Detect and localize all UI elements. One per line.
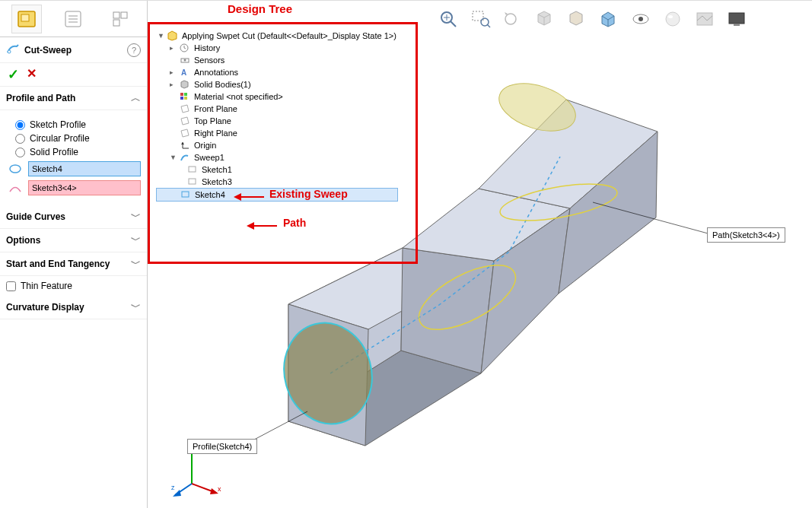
tree-label: Front Plane xyxy=(194,104,237,113)
scene-icon[interactable] xyxy=(693,8,717,30)
tree-top-plane[interactable]: Top Plane xyxy=(156,115,398,127)
opt-solid-profile[interactable]: Solid Profile xyxy=(15,147,141,157)
svg-rect-23 xyxy=(734,24,740,26)
tree-label: Sensors xyxy=(194,56,224,65)
svg-point-19 xyxy=(666,12,680,26)
tab-config-mgr[interactable] xyxy=(105,5,135,33)
annotation-arrow-path xyxy=(247,222,277,230)
fm-header: Cut-Sweep ? xyxy=(0,37,147,63)
cut-sweep-icon xyxy=(6,42,20,58)
svg-rect-6 xyxy=(113,12,119,18)
tree-history[interactable]: ▸History xyxy=(156,42,398,54)
orientation-icon[interactable] xyxy=(565,8,589,30)
radio-circular[interactable] xyxy=(15,134,25,144)
radio-label: Solid Profile xyxy=(30,147,78,157)
hide-show-icon[interactable] xyxy=(629,8,653,30)
svg-rect-8 xyxy=(113,20,119,26)
options-header[interactable]: Options ﹀ xyxy=(0,229,147,252)
section-label: Profile and Path xyxy=(6,93,75,103)
annotation-arrow-sweep xyxy=(234,193,264,201)
curvature-header[interactable]: Curvature Display ﹀ xyxy=(0,296,147,319)
profile-path-header[interactable]: Profile and Path ︿ xyxy=(0,87,147,110)
cancel-button[interactable]: ✕ xyxy=(27,66,37,83)
thin-feature-checkbox[interactable] xyxy=(6,281,16,291)
annotation-path: Path xyxy=(283,217,306,229)
ok-button[interactable]: ✓ xyxy=(8,66,19,83)
svg-rect-35 xyxy=(189,179,196,184)
svg-point-16 xyxy=(505,14,516,24)
svg-line-15 xyxy=(487,24,490,27)
tree-root[interactable]: ▼ Applying Swpet Cut (Default<<Default>_… xyxy=(156,30,398,42)
appearance-icon[interactable] xyxy=(661,8,685,30)
tree-annotations[interactable]: ▸AAnnotations xyxy=(156,66,398,78)
zoom-area-icon[interactable] xyxy=(469,8,493,30)
svg-text:A: A xyxy=(181,68,186,77)
fm-tabs xyxy=(0,1,147,37)
tree-material[interactable]: Material <not specified> xyxy=(156,90,398,103)
svg-point-20 xyxy=(668,15,673,18)
chevron-down-icon: ﹀ xyxy=(131,210,141,224)
radio-sketch[interactable] xyxy=(15,120,25,130)
profile-icon xyxy=(6,161,24,176)
tree-label: Sketch4 xyxy=(195,190,225,199)
svg-text:z: z xyxy=(171,484,175,491)
tangency-header[interactable]: Start and End Tangency ﹀ xyxy=(0,252,147,276)
section-view-icon[interactable] xyxy=(533,8,557,30)
part-icon xyxy=(167,30,179,41)
design-tree-flyout: ▼ Applying Swpet Cut (Default<<Default>_… xyxy=(151,25,403,206)
svg-point-9 xyxy=(8,50,11,53)
tree-front-plane[interactable]: Front Plane xyxy=(156,103,398,115)
svg-point-10 xyxy=(10,165,21,173)
opt-circular-profile[interactable]: Circular Profile xyxy=(15,133,141,144)
svg-point-18 xyxy=(638,17,643,21)
feature-manager-panel: Cut-Sweep ? ✓ ✕ Profile and Path ︿ Sketc… xyxy=(0,1,148,508)
zoom-fit-icon[interactable] xyxy=(437,8,461,30)
profile-input[interactable] xyxy=(28,161,141,176)
view-toolbar xyxy=(437,8,749,30)
prev-view-icon[interactable] xyxy=(501,8,525,30)
tree-sketch1[interactable]: Sketch1 xyxy=(156,164,398,176)
tree-origin[interactable]: Origin xyxy=(156,139,398,151)
tree-label: Sketch3 xyxy=(202,177,232,186)
tree-sensors[interactable]: Sensors xyxy=(156,54,398,66)
section-label: Curvature Display xyxy=(6,302,84,313)
fm-actions: ✓ ✕ xyxy=(0,63,147,87)
chevron-down-icon: ﹀ xyxy=(131,233,141,247)
tree-label: Origin xyxy=(194,141,216,150)
annotation-design-tree: Design Tree xyxy=(228,2,292,15)
help-icon[interactable]: ? xyxy=(127,43,141,57)
chevron-down-icon: ﹀ xyxy=(131,257,141,271)
tree-sketch3[interactable]: Sketch3 xyxy=(156,176,398,188)
thin-feature-row[interactable]: Thin Feature xyxy=(0,276,147,296)
display-style-icon[interactable] xyxy=(597,8,621,30)
tree-solid-bodies[interactable]: ▸Solid Bodies(1) xyxy=(156,78,398,90)
profile-field-row xyxy=(6,161,141,176)
section-label: Options xyxy=(6,235,40,246)
tab-property-mgr[interactable] xyxy=(58,5,88,33)
tree-sweep1[interactable]: ▼Sweep1 xyxy=(156,151,398,164)
opt-sketch-profile[interactable]: Sketch Profile xyxy=(15,119,141,130)
tab-feature-tree[interactable] xyxy=(11,5,42,33)
section-label: Start and End Tangency xyxy=(6,259,110,269)
tree-label: Top Plane xyxy=(194,116,231,125)
svg-rect-7 xyxy=(121,12,127,18)
svg-text:x: x xyxy=(218,485,221,493)
callout-profile: Profile(Sketch4) xyxy=(187,439,257,454)
svg-rect-29 xyxy=(184,93,187,96)
radio-solid[interactable] xyxy=(15,148,25,157)
guide-curves-header[interactable]: Guide Curves ﹀ xyxy=(0,205,147,229)
tree-right-plane[interactable]: Right Plane xyxy=(156,127,398,139)
tree-label: Applying Swpet Cut (Default<<Default>_Di… xyxy=(182,31,396,40)
tree-label: Right Plane xyxy=(194,129,237,138)
profile-path-body: Sketch Profile Circular Profile Solid Pr… xyxy=(0,110,147,205)
checkbox-label: Thin Feature xyxy=(21,281,72,291)
path-input[interactable] xyxy=(28,180,141,195)
tree-label: Sweep1 xyxy=(194,153,224,162)
viewport-icon[interactable] xyxy=(724,8,749,30)
svg-rect-31 xyxy=(184,97,187,100)
radio-label: Sketch Profile xyxy=(30,119,86,130)
path-icon xyxy=(6,180,24,195)
svg-rect-36 xyxy=(182,192,189,197)
svg-rect-28 xyxy=(180,93,183,96)
graphics-viewport[interactable]: ▼ Applying Swpet Cut (Default<<Default>_… xyxy=(148,1,812,508)
